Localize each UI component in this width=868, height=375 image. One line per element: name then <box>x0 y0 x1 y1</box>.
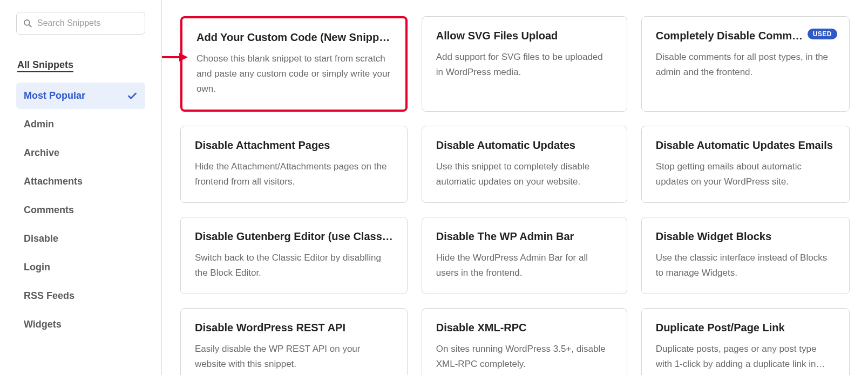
snippet-card-disable-comments[interactable]: USED Completely Disable Comm… Disable co… <box>641 16 850 112</box>
snippet-card-disable-widget-blocks[interactable]: Disable Widget Blocks Use the classic in… <box>641 217 850 294</box>
snippet-card-disable-rest-api[interactable]: Disable WordPress REST API Easily disabl… <box>180 308 408 375</box>
snippet-card-add-custom-code[interactable]: Add Your Custom Code (New Snipp… Choose … <box>180 16 408 112</box>
snippet-desc: On sites running WordPress 3.5+, disable… <box>436 342 613 372</box>
snippet-desc: Duplicate posts, pages or any post type … <box>656 342 835 372</box>
snippet-desc: Easily disable the WP REST API on your w… <box>195 342 393 372</box>
category-list: All Snippets Most Popular Admin Archive … <box>16 52 145 338</box>
sidebar-item-label: Archive <box>24 147 59 159</box>
sidebar-item-attachments[interactable]: Attachments <box>16 168 145 195</box>
snippet-card-disable-attachment-pages[interactable]: Disable Attachment Pages Hide the Attach… <box>180 126 408 203</box>
sidebar-item-label: Disable <box>24 233 58 244</box>
snippet-card-disable-auto-update-emails[interactable]: Disable Automatic Updates Emails Stop ge… <box>641 126 850 203</box>
sidebar: All Snippets Most Popular Admin Archive … <box>0 0 162 375</box>
sidebar-item-most-popular[interactable]: Most Popular <box>16 83 145 109</box>
sidebar-item-label: Widgets <box>24 319 62 330</box>
sidebar-item-label: Attachments <box>24 176 83 187</box>
snippet-title: Disable Automatic Updates <box>436 139 613 152</box>
snippet-grid: Add Your Custom Code (New Snipp… Choose … <box>180 16 850 375</box>
snippet-desc: Add support for SVG files to be uploaded… <box>436 50 613 80</box>
snippet-card-disable-auto-updates[interactable]: Disable Automatic Updates Use this snipp… <box>422 126 627 203</box>
snippet-desc: Hide the WordPress Admin Bar for all use… <box>436 250 613 281</box>
svg-line-1 <box>29 25 31 27</box>
snippet-desc: Switch back to the Classic Editor by dis… <box>195 250 393 281</box>
snippet-card-duplicate-post[interactable]: Duplicate Post/Page Link Duplicate posts… <box>641 308 850 375</box>
snippet-desc: Disable comments for all post types, in … <box>656 50 835 80</box>
snippet-desc: Use the classic interface instead of Blo… <box>656 250 835 281</box>
sidebar-item-disable[interactable]: Disable <box>16 226 145 252</box>
snippet-card-allow-svg[interactable]: Allow SVG Files Upload Add support for S… <box>422 16 627 112</box>
search-icon <box>23 18 32 28</box>
snippet-title: Disable XML-RPC <box>436 322 613 334</box>
snippet-title: Disable Attachment Pages <box>195 139 393 152</box>
main-content: Add Your Custom Code (New Snipp… Choose … <box>162 0 868 375</box>
snippet-desc: Stop getting emails about automatic upda… <box>656 159 835 189</box>
sidebar-item-comments[interactable]: Comments <box>16 197 145 223</box>
sidebar-item-label: Login <box>24 262 50 273</box>
snippet-title: Disable Widget Blocks <box>656 230 835 243</box>
arrow-annotation-icon <box>162 52 188 62</box>
snippet-desc: Choose this blank snippet to start from … <box>196 51 391 97</box>
snippet-title: Disable Automatic Updates Emails <box>656 139 835 152</box>
sidebar-item-label: RSS Feeds <box>24 290 74 302</box>
sidebar-item-widgets[interactable]: Widgets <box>16 311 145 338</box>
sidebar-item-rss-feeds[interactable]: RSS Feeds <box>16 283 145 309</box>
sidebar-item-label: Comments <box>24 204 74 216</box>
svg-marker-3 <box>179 53 188 62</box>
sidebar-item-admin[interactable]: Admin <box>16 111 145 138</box>
search-wrap <box>16 12 145 35</box>
sidebar-item-archive[interactable]: Archive <box>16 140 145 166</box>
check-icon <box>127 91 138 101</box>
snippet-title: Allow SVG Files Upload <box>436 30 613 42</box>
sidebar-item-label: Most Popular <box>24 90 85 101</box>
snippet-desc: Use this snippet to completely disable a… <box>436 159 613 189</box>
sidebar-item-all-snippets[interactable]: All Snippets <box>16 52 145 78</box>
snippet-title: Disable WordPress REST API <box>195 322 393 334</box>
snippet-title: Add Your Custom Code (New Snipp… <box>196 31 391 44</box>
snippet-title: Disable The WP Admin Bar <box>436 230 613 243</box>
search-input[interactable] <box>16 12 145 35</box>
used-badge: USED <box>808 29 837 39</box>
snippet-card-disable-gutenberg[interactable]: Disable Gutenberg Editor (use Class… Swi… <box>180 217 408 294</box>
sidebar-item-label: Admin <box>24 119 54 130</box>
snippet-card-disable-admin-bar[interactable]: Disable The WP Admin Bar Hide the WordPr… <box>422 217 627 294</box>
snippet-card-disable-xml-rpc[interactable]: Disable XML-RPC On sites running WordPre… <box>422 308 627 375</box>
snippet-title: Disable Gutenberg Editor (use Class… <box>195 230 393 243</box>
sidebar-item-login[interactable]: Login <box>16 254 145 281</box>
snippet-title: Duplicate Post/Page Link <box>656 322 835 334</box>
snippet-desc: Hide the Attachment/Attachments pages on… <box>195 159 393 189</box>
